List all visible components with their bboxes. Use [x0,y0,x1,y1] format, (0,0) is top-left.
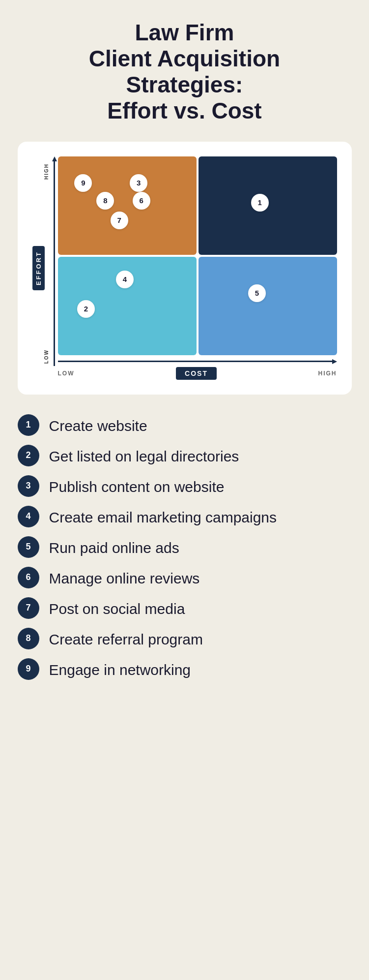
bubble-9: 9 [74,174,92,192]
legend-item-7: 7 Post on social media [18,597,352,619]
legend-item-1: 1 Create website [18,414,352,436]
bubble-1: 1 [251,194,269,212]
legend-item-3: 3 Publish content on website [18,475,352,497]
x-axis-line-row [58,358,337,365]
y-axis: EFFORT HIGH LOW [32,156,58,380]
legend-text-7: Post on social media [49,597,185,618]
chart-card: EFFORT HIGH LOW 9 [18,142,352,395]
bubble-5: 5 [248,284,266,302]
legend-badge-6: 6 [18,567,39,588]
quadrant-grid: 9 3 8 6 7 1 4 2 5 [58,156,337,355]
page-title: Law Firm Client Acquisition Strategies: … [89,20,280,124]
bubble-7: 7 [111,212,128,229]
legend-item-5: 5 Run paid online ads [18,536,352,558]
x-axis-container: LOW COST HIGH [58,358,337,380]
quadrant-high-effort-high-cost: 1 [199,156,337,255]
legend-item-6: 6 Manage online reviews [18,567,352,588]
y-axis-line-container [51,156,58,366]
y-axis-line [54,161,55,366]
bubble-6: 6 [133,192,150,210]
chart-inner: EFFORT HIGH LOW 9 [32,156,337,380]
bubble-3: 3 [130,174,147,192]
legend-badge-3: 3 [18,475,39,497]
legend-text-1: Create website [49,414,147,435]
quadrant-low-effort-low-cost: 4 2 [58,257,197,355]
legend-text-6: Manage online reviews [49,567,200,588]
legend-text-2: Get listed on legal directories [49,445,239,466]
x-low-label: LOW [58,370,75,377]
legend-badge-9: 9 [18,658,39,680]
x-high-label: HIGH [318,370,337,377]
legend-text-9: Engage in networking [49,658,191,679]
legend-item-4: 4 Create email marketing campaigns [18,506,352,527]
legend-text-8: Create referral program [49,628,203,649]
bubble-2: 2 [77,300,95,318]
legend-item-9: 9 Engage in networking [18,658,352,680]
legend-badge-1: 1 [18,414,39,436]
bubble-4: 4 [116,271,134,288]
y-arrow-up [52,156,57,161]
x-cost-badge: COST [176,367,217,380]
legend-badge-7: 7 [18,597,39,619]
legend-item-2: 2 Get listed on legal directories [18,445,352,466]
quadrant-high-effort-low-cost: 9 3 8 6 7 [58,156,197,255]
legend-badge-5: 5 [18,536,39,558]
legend-badge-2: 2 [18,445,39,466]
x-axis-line [58,361,332,362]
legend-list: 1 Create website 2 Get listed on legal d… [18,414,352,680]
quadrant-area: 9 3 8 6 7 1 4 2 5 [58,156,337,380]
x-arrow-right [332,359,337,364]
legend-text-4: Create email marketing campaigns [49,506,277,527]
legend-item-8: 8 Create referral program [18,628,352,649]
x-labels-row: LOW COST HIGH [58,367,337,380]
quadrant-low-effort-high-cost: 5 [199,257,337,355]
legend-text-5: Run paid online ads [49,536,179,557]
y-high-label: HIGH [44,163,49,180]
bubble-8: 8 [96,192,114,210]
effort-label: EFFORT [32,246,45,290]
legend-badge-4: 4 [18,506,39,527]
legend-text-3: Publish content on website [49,475,225,496]
y-low-label: LOW [44,349,49,364]
legend-badge-8: 8 [18,628,39,649]
